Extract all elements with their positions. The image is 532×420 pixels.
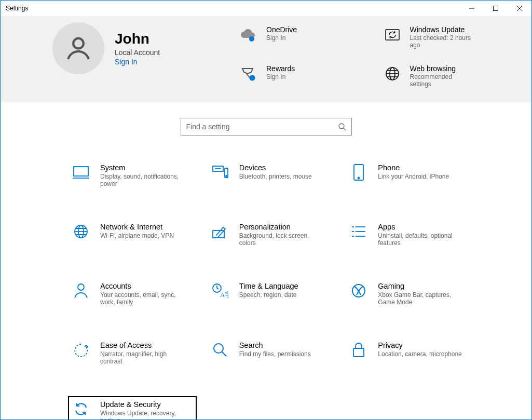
category-title: Phone (378, 164, 449, 172)
category-search[interactable]: Search Find my files, permissions (207, 337, 336, 369)
svg-point-7 (250, 75, 255, 81)
category-sub: Narrator, magnifier, high contrast (100, 350, 188, 365)
account-type: Local Account (115, 48, 160, 57)
category-title: Update & Security (100, 400, 188, 409)
search-icon (338, 123, 346, 131)
category-sub: Uninstall, defaults, optional features (378, 232, 466, 247)
devices-icon (211, 164, 229, 181)
svg-point-20 (358, 178, 360, 179)
svg-line-36 (222, 352, 226, 356)
category-title: System (100, 164, 188, 172)
category-title: Search (239, 341, 311, 349)
title-bar: Settings (1, 1, 531, 16)
tile-sub: Sign In (266, 73, 295, 80)
search-icon (211, 341, 229, 359)
time-language-icon: A字 (211, 282, 229, 300)
category-ease-of-access[interactable]: Ease of Access Narrator, magnifier, high… (68, 337, 197, 369)
svg-point-4 (73, 38, 84, 49)
category-devices[interactable]: Devices Bluetooth, printers, mouse (207, 159, 336, 192)
category-title: Privacy (378, 341, 461, 349)
category-phone[interactable]: Phone Link your Android, iPhone (346, 159, 474, 192)
category-update-security[interactable]: Update & Security Windows Update, recove… (68, 396, 197, 420)
settings-header: John Local Account Sign In OneDrive Sign… (1, 16, 531, 102)
search-input[interactable]: Find a setting (181, 118, 352, 136)
svg-rect-6 (386, 30, 399, 40)
onedrive-icon (239, 25, 258, 44)
svg-point-11 (339, 124, 344, 129)
category-privacy[interactable]: Privacy Location, camera, microphone (346, 337, 474, 369)
minimize-button[interactable] (460, 1, 484, 16)
user-block[interactable]: John Local Account Sign In (52, 22, 219, 74)
tile-windows-update[interactable]: Windows Update Last checked: 2 hours ago (383, 25, 511, 49)
tile-sub: Recommended settings (410, 73, 467, 88)
tile-sub: Sign In (266, 34, 297, 42)
tile-rewards[interactable]: Rewards Sign In (239, 64, 367, 88)
category-personalization[interactable]: Personalization Background, lock screen,… (207, 219, 336, 251)
window-title: Settings (6, 5, 28, 12)
tile-web-browsing[interactable]: Web browsing Recommended settings (383, 64, 511, 88)
category-sub: Location, camera, microphone (378, 350, 461, 358)
svg-rect-13 (74, 167, 88, 176)
category-title: Network & Internet (100, 223, 174, 231)
tile-title: OneDrive (266, 25, 297, 34)
category-sub: Your accounts, email, sync, work, family (100, 291, 188, 306)
category-sub: Background, lock screen, colors (239, 232, 328, 247)
category-title: Personalization (239, 223, 328, 231)
category-apps[interactable]: Apps Uninstall, defaults, optional featu… (346, 219, 474, 251)
globe-icon (72, 223, 90, 240)
category-title: Apps (378, 223, 466, 231)
globe-icon (383, 64, 402, 83)
category-sub: Windows Update, recovery, backup (100, 410, 188, 420)
category-time-language[interactable]: A字 Time & Language Speech, region, date (207, 278, 336, 310)
category-sub: Xbox Game Bar, captures, Game Mode (378, 291, 466, 306)
settings-categories: System Display, sound, notifications, po… (1, 146, 531, 420)
ease-of-access-icon (72, 341, 90, 359)
user-name: John (115, 31, 160, 47)
tile-title: Rewards (266, 64, 295, 73)
apps-icon (350, 223, 367, 240)
phone-icon (350, 164, 367, 181)
category-title: Time & Language (239, 282, 298, 290)
sync-icon (383, 25, 402, 44)
category-title: Accounts (100, 282, 188, 290)
category-accounts[interactable]: Accounts Your accounts, email, sync, wor… (68, 278, 197, 310)
xbox-icon (350, 282, 367, 300)
sign-in-link[interactable]: Sign In (115, 58, 160, 66)
rewards-icon (239, 64, 258, 83)
search-placeholder: Find a setting (186, 123, 230, 131)
svg-rect-1 (494, 6, 498, 11)
category-title: Devices (239, 164, 312, 172)
system-icon (72, 164, 90, 181)
close-button[interactable] (508, 1, 531, 16)
tile-title: Windows Update (410, 25, 472, 34)
paint-icon (211, 223, 229, 240)
svg-point-5 (249, 36, 254, 42)
svg-point-35 (214, 344, 223, 353)
svg-rect-37 (353, 348, 364, 357)
person-icon (72, 282, 90, 300)
svg-point-18 (226, 175, 227, 177)
category-sub: Bluetooth, printers, mouse (239, 173, 312, 180)
tile-sub: Last checked: 2 hours ago (410, 34, 472, 49)
category-title: Ease of Access (100, 341, 188, 349)
tile-onedrive[interactable]: OneDrive Sign In (239, 25, 367, 49)
tile-title: Web browsing (410, 64, 467, 73)
category-network[interactable]: Network & Internet Wi-Fi, airplane mode,… (68, 219, 197, 251)
category-sub: Link your Android, iPhone (378, 173, 449, 180)
category-gaming[interactable]: Gaming Xbox Game Bar, captures, Game Mod… (346, 278, 474, 310)
svg-line-12 (344, 128, 346, 130)
maximize-button[interactable] (484, 1, 508, 16)
category-system[interactable]: System Display, sound, notifications, po… (68, 159, 197, 192)
avatar (52, 22, 104, 74)
category-sub: Speech, region, date (239, 291, 298, 299)
category-title: Gaming (378, 282, 466, 290)
svg-text:A字: A字 (220, 291, 228, 299)
category-sub: Display, sound, notifications, power (100, 173, 188, 187)
update-icon (72, 400, 90, 418)
category-sub: Find my files, permissions (239, 350, 311, 358)
lock-icon (350, 341, 367, 359)
svg-point-31 (78, 284, 84, 290)
category-sub: Wi-Fi, airplane mode, VPN (100, 232, 174, 239)
